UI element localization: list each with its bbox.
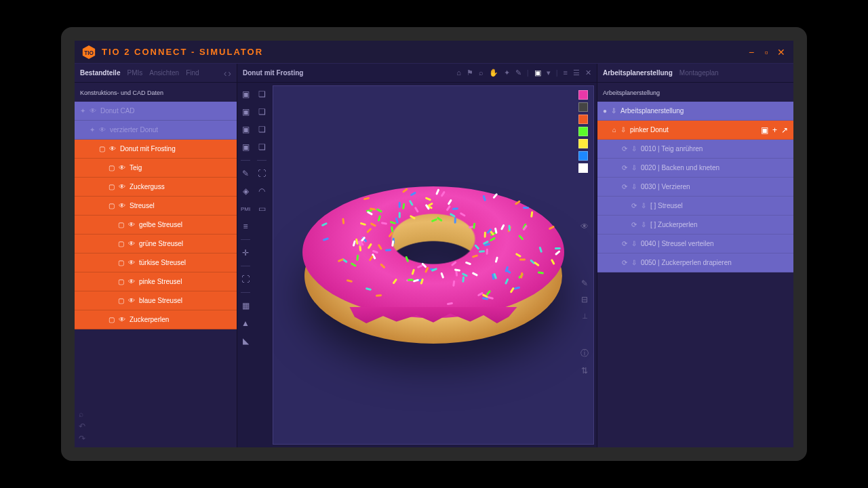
tab-pmis[interactable]: PMIs bbox=[127, 69, 142, 77]
plan-item[interactable]: ⟳⇩0050 | Zuckerperlen drapieren bbox=[597, 253, 793, 272]
color-swatch[interactable] bbox=[578, 90, 588, 100]
eye-icon[interactable]: 👁 bbox=[119, 316, 125, 323]
menu-tool-icon[interactable]: ≡ bbox=[239, 220, 252, 232]
add-icon[interactable]: + bbox=[772, 125, 777, 135]
hand-icon[interactable]: ✋ bbox=[489, 68, 498, 77]
pen-tool-icon[interactable]: ✎ bbox=[578, 279, 591, 288]
tree-item[interactable]: ▢👁Teig bbox=[75, 159, 237, 178]
list-icon[interactable]: ≡ bbox=[564, 68, 568, 77]
color-swatch[interactable] bbox=[578, 127, 588, 136]
pmi-tool-icon[interactable]: PMI bbox=[239, 203, 252, 215]
tree-item[interactable]: ▢👁blaue Streusel bbox=[75, 291, 237, 310]
star-icon[interactable]: ✦ bbox=[504, 68, 510, 77]
tab-find[interactable]: Find bbox=[186, 69, 199, 77]
rect-tool-icon[interactable]: ▭ bbox=[256, 203, 268, 215]
tab-ansichten[interactable]: Ansichten bbox=[149, 69, 179, 77]
circle-tool-icon[interactable]: ◠ bbox=[256, 185, 268, 197]
plan-item[interactable]: ⟳⇩0030 | Verzieren bbox=[597, 178, 793, 197]
tree-item[interactable]: ▢👁Zuckerperlen bbox=[75, 310, 237, 329]
cube-tool2-icon[interactable]: ❏ bbox=[256, 106, 268, 118]
tab-arbeitsplan[interactable]: Arbeitsplanerstellung bbox=[603, 69, 673, 77]
tag-icon[interactable]: ⌂ bbox=[456, 68, 461, 77]
tab-bestandteile[interactable]: Bestandteile bbox=[80, 69, 120, 77]
picker-tool-icon[interactable]: ✛ bbox=[239, 247, 252, 259]
cube-tool3-icon[interactable]: ❏ bbox=[256, 123, 268, 136]
tree-item[interactable]: ▢👁pinke Streusel bbox=[75, 272, 237, 291]
label-tool-icon[interactable]: ◈ bbox=[239, 185, 252, 197]
eye-icon[interactable]: 👁 bbox=[128, 221, 135, 228]
eye-icon[interactable]: 👁 bbox=[99, 126, 106, 134]
camera-tool-icon[interactable]: ▣ bbox=[239, 88, 252, 100]
triangle-tool-icon[interactable]: ▲ bbox=[239, 317, 252, 329]
tree-item[interactable]: ✦👁verzierter Donut bbox=[75, 121, 237, 140]
close-button[interactable]: ✕ bbox=[776, 47, 787, 58]
tree-item-label: pinke Streusel bbox=[139, 278, 182, 285]
info-tool-icon[interactable]: ⓘ bbox=[578, 348, 591, 359]
tree-item[interactable]: ✦👁Donut CAD bbox=[75, 102, 237, 121]
grid-icon[interactable]: ☰ bbox=[573, 68, 580, 77]
eye-icon[interactable]: 👁 bbox=[128, 297, 135, 304]
camera-icon[interactable]: ▣ bbox=[534, 68, 541, 77]
eye-icon[interactable]: 👁 bbox=[128, 240, 135, 247]
chat-icon[interactable]: ✎ bbox=[515, 68, 521, 77]
eye-icon[interactable]: 👁 bbox=[109, 145, 116, 152]
expand-tool-icon[interactable]: ⛶ bbox=[239, 273, 252, 285]
tree-item[interactable]: ▢👁gelbe Streusel bbox=[75, 216, 237, 235]
color-swatch[interactable] bbox=[578, 115, 588, 124]
fullscreen-tool-icon[interactable]: ⛶ bbox=[256, 167, 268, 180]
undo-icon[interactable]: ↶ bbox=[79, 422, 233, 431]
tree-item[interactable]: ▢👁Donut mit Frosting bbox=[75, 140, 237, 159]
tab-montageplan[interactable]: Montageplan bbox=[679, 69, 719, 77]
plan-item[interactable]: ⟳⇩0040 | Streusel verteilen bbox=[597, 235, 793, 253]
search-icon[interactable]: ⌕ bbox=[79, 409, 233, 419]
left-section-header: Konstruktions- und CAD Daten bbox=[75, 83, 237, 102]
color-swatch[interactable] bbox=[578, 102, 588, 112]
eye-icon[interactable]: 👁 bbox=[128, 278, 135, 285]
eye-icon[interactable]: 👁 bbox=[90, 107, 96, 115]
external-icon[interactable]: ↗ bbox=[781, 125, 788, 135]
minimize-button[interactable]: − bbox=[746, 47, 757, 58]
updown-tool-icon[interactable]: ⇅ bbox=[578, 366, 591, 375]
plan-item[interactable]: ●⇩Arbeitsplanerstellung bbox=[597, 102, 793, 121]
zoom-icon[interactable]: ⌕ bbox=[479, 68, 484, 77]
edit-tool-icon[interactable]: ✎ bbox=[239, 167, 252, 180]
split-tool-icon[interactable]: ⊟ bbox=[578, 295, 591, 304]
cube-tool-icon[interactable]: ❏ bbox=[256, 88, 268, 100]
tree-item[interactable]: ▢👁türkise Streusel bbox=[75, 253, 237, 272]
nav-prev-icon[interactable]: ‹ bbox=[224, 68, 227, 79]
svg-text:TIO: TIO bbox=[84, 49, 94, 56]
flag-icon[interactable]: ⚑ bbox=[467, 68, 473, 77]
plan-item[interactable]: ⟳⇩0010 | Teig anrühren bbox=[597, 140, 793, 159]
redo-icon[interactable]: ↷ bbox=[79, 434, 233, 443]
eye-icon[interactable]: 👁 bbox=[119, 164, 125, 171]
eye-icon[interactable]: 👁 bbox=[119, 183, 125, 190]
eye-icon[interactable]: 👁 bbox=[128, 259, 135, 266]
camera-tool3-icon[interactable]: ▣ bbox=[239, 123, 252, 136]
eye-tool-icon[interactable]: 👁 bbox=[578, 222, 591, 231]
color-swatch[interactable] bbox=[578, 151, 588, 161]
3d-viewport[interactable]: 👁 ✎ ⊟ ⟂ ⓘ ⇅ bbox=[273, 85, 594, 445]
camera-tool2-icon[interactable]: ▣ bbox=[239, 106, 252, 118]
nav-next-icon[interactable]: › bbox=[228, 68, 231, 79]
dropdown-icon[interactable]: ▾ bbox=[547, 68, 551, 77]
mirror-tool-icon[interactable]: ◣ bbox=[239, 335, 252, 347]
measure-tool-icon[interactable]: ⟂ bbox=[578, 311, 591, 321]
tree-item[interactable]: ▢👁grüne Streusel bbox=[75, 235, 237, 253]
tree-item-label: Donut mit Frosting bbox=[120, 145, 176, 152]
plan-item[interactable]: ⟳⇩0020 | Backen und kneten bbox=[597, 159, 793, 178]
color-swatch[interactable] bbox=[578, 139, 588, 148]
camera-tool4-icon[interactable]: ▣ bbox=[239, 141, 252, 153]
eye-icon[interactable]: 👁 bbox=[119, 202, 125, 209]
close-viewport-icon[interactable]: ✕ bbox=[585, 68, 591, 77]
plan-item[interactable]: ⟳⇩[ ] Streusel bbox=[597, 197, 793, 216]
plan-item[interactable]: ⟳⇩[ ] Zuckerperlen bbox=[597, 216, 793, 235]
layers-tool-icon[interactable]: ▦ bbox=[239, 300, 252, 312]
tree-item[interactable]: ▢👁Streusel bbox=[75, 197, 237, 216]
color-swatch[interactable] bbox=[578, 163, 588, 173]
tree-item[interactable]: ▢👁Zuckerguss bbox=[75, 178, 237, 197]
maximize-button[interactable]: ▫ bbox=[761, 47, 772, 58]
camera-icon[interactable]: ▣ bbox=[761, 125, 768, 135]
plan-item[interactable]: ⌂⇩pinker Donut▣+↗ bbox=[597, 121, 793, 140]
cube-tool4-icon[interactable]: ❏ bbox=[256, 141, 268, 153]
node-icon: ▢ bbox=[108, 183, 115, 190]
